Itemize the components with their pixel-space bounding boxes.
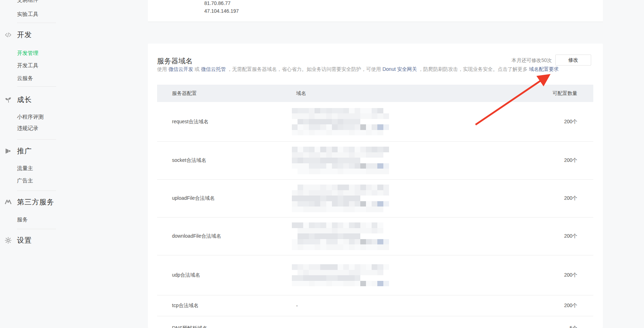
sidebar-section-推广[interactable]: 推广 <box>0 146 32 156</box>
domain-cell: - <box>296 303 508 309</box>
sidebar-item-服务[interactable]: 服务 <box>17 216 28 223</box>
domain-table-body: request合法域名200个socket合法域名200个uploadFile合… <box>157 102 593 328</box>
sidebar-item-交易组件[interactable]: 交易组件 <box>17 0 38 4</box>
sidebar-item-违规记录[interactable]: 违规记录 <box>17 125 38 132</box>
sidebar-divider <box>17 139 56 140</box>
sidebar-section-label: 开发 <box>17 30 32 40</box>
column-header-服务器配置: 服务器配置 <box>157 90 296 97</box>
server-config-label: socket合法域名 <box>157 157 296 164</box>
ip-whitelist-card: 81.70.86.77 47.104.146.197 <box>148 0 603 22</box>
description-text: ，无需配置服务器域名，省心省力。如业务访问需要安全防护，可使用 <box>226 66 383 72</box>
domain-table-header: 服务器配置域名可配置数量 <box>157 85 593 102</box>
sidebar-item-开发管理[interactable]: 开发管理 <box>17 50 38 57</box>
domain-cell <box>296 222 508 250</box>
configurable-count: 200个 <box>508 157 593 164</box>
sprout-icon <box>4 96 12 103</box>
ip-address: 47.104.146.197 <box>204 7 239 15</box>
table-row-downloadFile合法域名: downloadFile合法域名200个 <box>157 217 593 255</box>
domain-cell <box>296 108 508 136</box>
sidebar-section-label: 推广 <box>17 146 32 156</box>
modify-button[interactable]: 修改 <box>555 55 591 66</box>
server-config-label: tcp合法域名 <box>157 302 296 309</box>
sidebar-divider <box>17 229 56 229</box>
sidebar: 交易组件实验工具开发开发管理开发工具云服务成长小程序评测违规记录推广流量主广告主… <box>0 0 148 328</box>
redacted-domain-mosaic <box>292 222 389 250</box>
redacted-domain-mosaic <box>292 108 389 136</box>
server-config-label: request合法域名 <box>157 119 296 125</box>
megaphone-icon <box>4 147 12 155</box>
description-text: 使用 <box>157 66 168 72</box>
domain-table: 服务器配置域名可配置数量 request合法域名200个socket合法域名20… <box>157 85 593 328</box>
sidebar-item-云服务[interactable]: 云服务 <box>17 75 33 82</box>
redacted-domain-mosaic <box>292 147 389 174</box>
description-text: 或 <box>193 66 201 72</box>
sidebar-item-开发工具[interactable]: 开发工具 <box>17 62 38 69</box>
page-title: 服务器域名 <box>157 56 193 66</box>
server-config-label: DNS预解析域名 <box>157 325 296 328</box>
redacted-domain-mosaic <box>292 264 389 286</box>
sidebar-section-label: 设置 <box>17 236 32 245</box>
link-Donut 安全网关[interactable]: Donut 安全网关 <box>382 66 417 72</box>
configurable-count: 200个 <box>508 302 593 309</box>
sidebar-item-流量主[interactable]: 流量主 <box>17 165 33 172</box>
sidebar-item-小程序评测[interactable]: 小程序评测 <box>17 114 44 120</box>
server-config-label: uploadFile合法域名 <box>157 195 296 202</box>
sidebar-divider <box>17 191 56 191</box>
wechat-mp-console: 交易组件实验工具开发开发管理开发工具云服务成长小程序评测违规记录推广流量主广告主… <box>0 0 644 328</box>
column-header-可配置数量: 可配置数量 <box>508 90 593 97</box>
ip-address: 81.70.86.77 <box>204 0 231 7</box>
gear-icon <box>4 236 12 244</box>
sidebar-section-label: 成长 <box>17 95 32 104</box>
redacted-domain-mosaic <box>292 185 389 212</box>
link-域名配置要求[interactable]: 域名配置要求 <box>529 66 559 72</box>
configurable-count: 5个 <box>508 325 593 328</box>
sidebar-divider <box>17 86 56 87</box>
table-row-uploadFile合法域名: uploadFile合法域名200个 <box>157 180 593 217</box>
sidebar-section-第三方服务[interactable]: 第三方服务 <box>0 197 54 207</box>
table-row-request合法域名: request合法域名200个 <box>157 102 593 142</box>
sidebar-section-设置[interactable]: 设置 <box>0 236 32 245</box>
sidebar-divider <box>17 23 56 23</box>
column-header-域名: 域名 <box>296 90 508 97</box>
code-icon <box>4 31 12 39</box>
server-config-label: downloadFile合法域名 <box>157 233 296 239</box>
link-微信云开发[interactable]: 微信云开发 <box>168 66 193 72</box>
domain-cell <box>296 185 508 212</box>
domain-cell <box>296 264 508 286</box>
configurable-count: 200个 <box>508 119 593 125</box>
sidebar-section-成长[interactable]: 成长 <box>0 95 32 104</box>
sidebar-item-实验工具[interactable]: 实验工具 <box>17 11 38 18</box>
third-party-icon <box>4 198 12 206</box>
sidebar-item-广告主[interactable]: 广告主 <box>17 177 33 184</box>
table-row-DNS预解析域名: DNS预解析域名5个 <box>157 316 593 328</box>
configurable-count: 200个 <box>508 195 593 202</box>
table-row-socket合法域名: socket合法域名200个 <box>157 142 593 180</box>
description-text: ，防爬防刷防攻击，实现业务安全。点击了解更多 <box>417 66 529 72</box>
configurable-count: 200个 <box>508 233 593 239</box>
sidebar-section-label: 第三方服务 <box>17 197 54 207</box>
server-config-label: udp合法域名 <box>157 272 296 278</box>
domain-cell <box>296 147 508 174</box>
server-domain-description: 使用 微信云开发 或 微信云托管 ，无需配置服务器域名，省心省力。如业务访问需要… <box>157 66 559 73</box>
table-row-tcp合法域名: tcp合法域名-200个 <box>157 295 593 316</box>
modify-quota-text: 本月还可修改50次 <box>511 57 552 64</box>
server-domain-card: 服务器域名 使用 微信云开发 或 微信云托管 ，无需配置服务器域名，省心省力。如… <box>148 44 603 328</box>
link-微信云托管[interactable]: 微信云托管 <box>201 66 226 72</box>
table-row-udp合法域名: udp合法域名200个 <box>157 255 593 295</box>
configurable-count: 200个 <box>508 272 593 278</box>
sidebar-section-开发[interactable]: 开发 <box>0 30 32 40</box>
